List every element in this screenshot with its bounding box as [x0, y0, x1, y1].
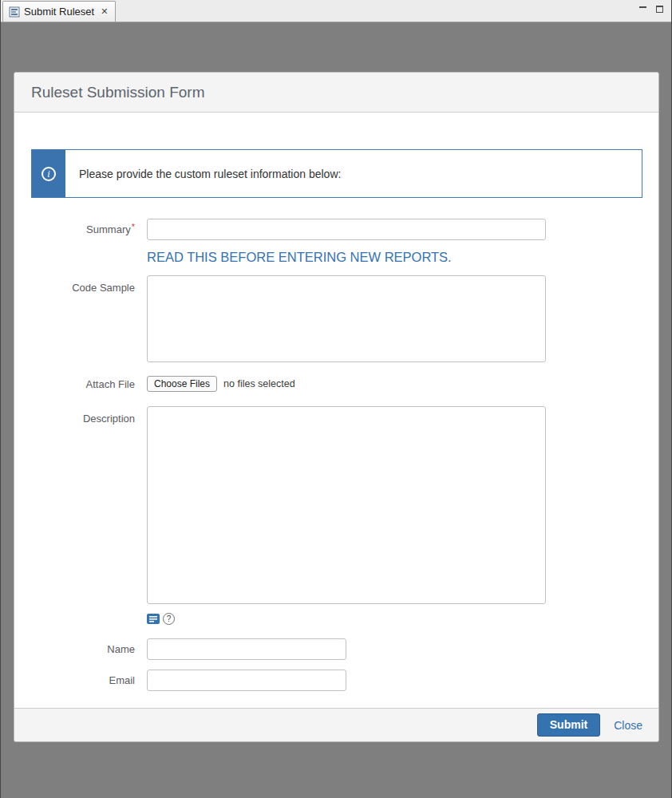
tab-submit-ruleset[interactable]: Submit Ruleset ✕ — [2, 1, 116, 22]
form-row-summary: Summary* — [31, 219, 642, 240]
tab-close-icon[interactable]: ✕ — [101, 6, 108, 17]
description-toolbar: ? — [147, 612, 642, 626]
code-sample-label: Code Sample — [31, 275, 135, 294]
form-row-attach-file: Attach File Choose Filesno files selecte… — [31, 376, 642, 392]
description-textarea[interactable] — [147, 406, 546, 604]
minimize-icon[interactable] — [638, 4, 647, 14]
read-this-link[interactable]: READ THIS BEFORE ENTERING NEW REPORTS. — [147, 250, 452, 264]
help-icon[interactable]: ? — [163, 613, 175, 625]
info-banner: i Please provide the custom ruleset info… — [31, 149, 642, 198]
page-title: Ruleset Submission Form — [31, 84, 205, 101]
form-row-description: Description — [31, 406, 642, 607]
description-label: Description — [31, 406, 135, 425]
code-sample-textarea[interactable] — [147, 275, 546, 362]
info-icon: i — [42, 167, 56, 181]
choose-files-button[interactable]: Choose Files — [147, 376, 217, 392]
close-link[interactable]: Close — [614, 719, 642, 732]
attach-status-text: no files selected — [223, 378, 295, 389]
summary-label: Summary* — [31, 223, 135, 235]
tab-title: Submit Ruleset — [24, 6, 94, 18]
ruleset-form-card: Ruleset Submission Form i Please provide… — [14, 72, 659, 742]
required-marker: * — [132, 222, 135, 231]
window-controls — [638, 4, 664, 14]
info-icon-box: i — [32, 150, 65, 197]
submit-button[interactable]: Submit — [537, 713, 600, 737]
name-label: Name — [31, 643, 135, 655]
form-row-code-sample: Code Sample — [31, 275, 642, 365]
name-input[interactable] — [147, 638, 346, 660]
ruleset-icon — [9, 6, 20, 18]
form-row-notice: READ THIS BEFORE ENTERING NEW REPORTS. — [31, 250, 642, 265]
form-row-email: Email — [31, 670, 642, 691]
editor-background: Ruleset Submission Form i Please provide… — [1, 22, 671, 798]
form-footer: Submit Close — [14, 708, 658, 741]
form-header: Ruleset Submission Form — [14, 73, 658, 113]
summary-input[interactable] — [147, 219, 546, 240]
info-banner-text: Please provide the custom ruleset inform… — [65, 150, 642, 197]
editor-tab-bar: Submit Ruleset ✕ — [1, 0, 671, 22]
email-label: Email — [31, 674, 135, 686]
app-window: Submit Ruleset ✕ Ruleset Submission Form… — [0, 0, 672, 798]
form-body: i Please provide the custom ruleset info… — [14, 113, 658, 708]
email-input[interactable] — [147, 670, 346, 691]
maximize-icon[interactable] — [654, 4, 664, 14]
form-row-name: Name — [31, 638, 642, 660]
attach-file-label: Attach File — [31, 378, 135, 390]
wiki-markup-icon[interactable] — [147, 614, 160, 624]
